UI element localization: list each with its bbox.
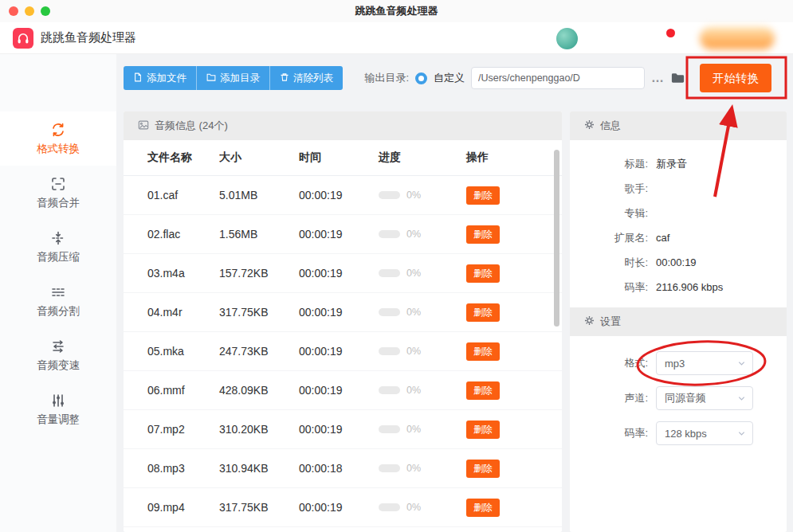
clear-list-label: 清除列表 bbox=[293, 72, 333, 85]
info-header: 信息 bbox=[570, 111, 787, 140]
start-convert-button[interactable]: 开始转换 bbox=[700, 64, 771, 92]
info-field: 歌手: bbox=[581, 176, 775, 201]
sidebar-item-5[interactable]: 音频变速 bbox=[0, 328, 116, 382]
progress-cell: 0% bbox=[379, 190, 466, 201]
column-header: 时间 bbox=[299, 151, 379, 165]
file-name: 04.m4r bbox=[147, 306, 219, 319]
notification-dot bbox=[666, 29, 675, 37]
custom-radio[interactable] bbox=[415, 72, 427, 84]
table-row[interactable]: 08.mp3 310.94KB 00:00:18 0% 删除 bbox=[124, 449, 562, 488]
progress-value: 0% bbox=[406, 229, 421, 240]
merge-icon bbox=[50, 176, 66, 192]
progress-cell: 0% bbox=[379, 229, 466, 240]
chevron-down-icon bbox=[737, 429, 746, 438]
file-name: 09.mp4 bbox=[147, 501, 219, 514]
minimize-button[interactable] bbox=[25, 6, 34, 16]
info-field: 专辑: bbox=[581, 201, 775, 225]
progress-value: 0% bbox=[406, 502, 421, 513]
folder-icon bbox=[206, 72, 216, 84]
progress-value: 0% bbox=[406, 190, 421, 201]
sidebar-item-4[interactable]: 音频分割 bbox=[0, 274, 116, 328]
traffic-lights bbox=[9, 6, 50, 16]
sidebar-item-6[interactable]: 音量调整 bbox=[0, 382, 116, 436]
scrollbar-thumb[interactable] bbox=[554, 150, 559, 327]
settings-header: 设置 bbox=[570, 307, 787, 336]
progress-bar bbox=[379, 191, 400, 199]
app-name: 跳跳鱼音频处理器 bbox=[41, 30, 136, 45]
custom-radio-label: 自定义 bbox=[434, 71, 465, 85]
setting-field: 声道: 同源音频 bbox=[586, 381, 771, 416]
audio-info-icon bbox=[138, 119, 149, 133]
speed-icon bbox=[50, 338, 66, 354]
zoom-button[interactable] bbox=[41, 6, 50, 16]
setting-field: 码率: 128 kbps bbox=[586, 416, 771, 451]
delete-button[interactable]: 删除 bbox=[466, 225, 500, 244]
delete-button[interactable]: 删除 bbox=[466, 381, 500, 400]
select-dropdown[interactable]: 同源音频 bbox=[656, 386, 753, 410]
progress-cell: 0% bbox=[379, 502, 466, 513]
add-file-button[interactable]: 添加文件 bbox=[124, 66, 196, 90]
delete-button[interactable]: 删除 bbox=[466, 342, 500, 361]
window-title: 跳跳鱼音频处理器 bbox=[355, 4, 438, 18]
folder-picker-icon[interactable] bbox=[670, 71, 685, 86]
settings-title: 设置 bbox=[600, 315, 621, 329]
progress-cell: 0% bbox=[379, 424, 466, 435]
progress-bar bbox=[379, 425, 400, 433]
progress-cell: 0% bbox=[379, 307, 466, 318]
table-row[interactable]: 04.m4r 317.75KB 00:00:19 0% 删除 bbox=[124, 293, 562, 332]
headphones-logo-icon bbox=[13, 28, 33, 49]
table-card-header: 音频信息 (24个) bbox=[124, 111, 562, 140]
progress-bar bbox=[379, 308, 400, 316]
delete-button[interactable]: 删除 bbox=[466, 186, 500, 205]
table-body: 01.caf 5.01MB 00:00:19 0% 删除 02.flac 1.5… bbox=[124, 176, 562, 532]
close-button[interactable] bbox=[9, 6, 18, 16]
table-row[interactable]: 06.mmf 428.09KB 00:00:19 0% 删除 bbox=[124, 371, 562, 410]
settings-list: 格式: mp3 声道: 同源音频 码率: 128 kbps bbox=[570, 336, 787, 460]
delete-button[interactable]: 删除 bbox=[466, 499, 500, 517]
progress-bar bbox=[379, 386, 400, 394]
clear-list-button[interactable]: 清除列表 bbox=[269, 66, 343, 90]
gear-icon bbox=[584, 119, 595, 132]
delete-button[interactable]: 删除 bbox=[466, 264, 500, 283]
format-convert-icon bbox=[50, 122, 66, 138]
table-row[interactable]: 09.mp4 317.75KB 00:00:19 0% 删除 bbox=[124, 488, 562, 527]
table-columns: 文件名称大小时间进度操作 bbox=[124, 140, 562, 176]
sidebar-item-3[interactable]: 音频压缩 bbox=[0, 220, 116, 274]
column-header: 操作 bbox=[466, 151, 562, 165]
info-list: 标题: 新录音 歌手: 专辑: 扩展名: caf 时长: 00:00:19 码率… bbox=[570, 140, 787, 307]
file-duration: 00:00:19 bbox=[299, 306, 379, 319]
delete-button[interactable]: 删除 bbox=[466, 303, 500, 322]
add-file-label: 添加文件 bbox=[147, 72, 186, 85]
delete-button[interactable]: 删除 bbox=[466, 460, 500, 478]
add-directory-button[interactable]: 添加目录 bbox=[196, 66, 269, 90]
table-row[interactable]: 01.caf 5.01MB 00:00:19 0% 删除 bbox=[124, 176, 562, 215]
info-field: 码率: 2116.906 kbps bbox=[581, 275, 775, 299]
file-duration: 00:00:19 bbox=[299, 267, 379, 280]
file-duration: 00:00:19 bbox=[299, 228, 379, 241]
progress-value: 0% bbox=[406, 268, 421, 279]
add-directory-label: 添加目录 bbox=[220, 72, 260, 85]
delete-button[interactable]: 删除 bbox=[466, 421, 500, 439]
file-icon bbox=[133, 72, 143, 84]
table-row[interactable]: 05.mka 247.73KB 00:00:19 0% 删除 bbox=[124, 332, 562, 371]
progress-bar bbox=[379, 464, 400, 472]
info-field: 标题: 新录音 bbox=[581, 151, 775, 176]
table-row[interactable]: 07.mp2 310.20KB 00:00:19 0% 删除 bbox=[124, 410, 562, 449]
select-dropdown[interactable]: mp3 bbox=[656, 351, 753, 375]
output-path-input[interactable] bbox=[471, 67, 645, 89]
progress-cell: 0% bbox=[379, 463, 466, 474]
file-size: 247.73KB bbox=[219, 345, 299, 358]
vip-button-blurred[interactable] bbox=[700, 27, 775, 49]
progress-cell: 0% bbox=[379, 346, 466, 357]
progress-cell: 0% bbox=[379, 268, 466, 279]
sidebar-item-1[interactable]: 格式转换 bbox=[0, 111, 116, 166]
table-row[interactable]: 删除 bbox=[124, 527, 562, 532]
avatar[interactable] bbox=[556, 28, 578, 49]
select-dropdown[interactable]: 128 kbps bbox=[656, 421, 753, 445]
progress-bar bbox=[379, 503, 400, 511]
toolbar: 添加文件 添加目录 清除列表 输出目录: 自定义 … bbox=[124, 64, 685, 92]
more-options-button[interactable]: … bbox=[651, 74, 664, 82]
table-row[interactable]: 02.flac 1.56MB 00:00:19 0% 删除 bbox=[124, 215, 562, 254]
table-row[interactable]: 03.m4a 157.72KB 00:00:19 0% 删除 bbox=[124, 254, 562, 293]
sidebar-item-2[interactable]: 音频合并 bbox=[0, 166, 116, 220]
